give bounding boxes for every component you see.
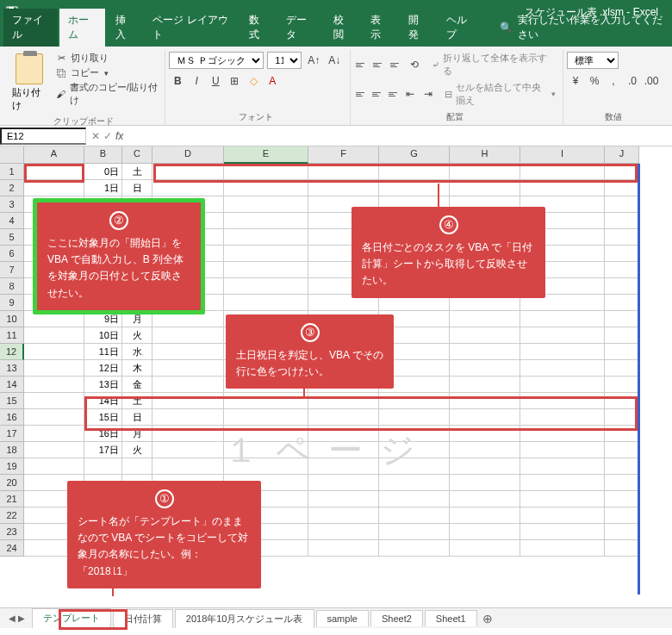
- cell[interactable]: [308, 475, 379, 491]
- row-header[interactable]: 14: [0, 377, 24, 393]
- cell[interactable]: 月: [122, 426, 152, 442]
- cell[interactable]: [379, 524, 450, 540]
- cell[interactable]: [450, 180, 520, 196]
- cell[interactable]: [605, 524, 639, 540]
- cell[interactable]: 水: [122, 344, 152, 360]
- cell[interactable]: [152, 393, 224, 409]
- cell[interactable]: [152, 164, 224, 180]
- tab-formulas[interactable]: 数式: [240, 9, 277, 47]
- cell[interactable]: [520, 360, 605, 377]
- cell[interactable]: 火: [122, 442, 152, 458]
- align-center-icon[interactable]: [370, 87, 385, 101]
- cell[interactable]: [152, 180, 224, 196]
- increase-decimal-icon[interactable]: .0: [624, 72, 641, 90]
- cell[interactable]: [605, 393, 639, 409]
- cell[interactable]: [450, 377, 520, 393]
- cell[interactable]: 17日: [84, 442, 122, 458]
- sheet-nav[interactable]: ◀ ▶: [3, 613, 30, 623]
- row-header[interactable]: 3: [0, 196, 24, 213]
- cell[interactable]: [224, 164, 308, 180]
- cell[interactable]: [605, 426, 639, 442]
- row-header[interactable]: 18: [0, 442, 24, 458]
- sheet-tab-2018-10[interactable]: 2018年10月スケジュール表: [175, 609, 314, 628]
- cell[interactable]: [308, 180, 379, 196]
- col-header-e[interactable]: E: [224, 146, 308, 164]
- row-header[interactable]: 22: [0, 507, 24, 524]
- cell[interactable]: [605, 213, 639, 229]
- cell[interactable]: [24, 426, 84, 442]
- number-format-select[interactable]: 標準: [567, 52, 619, 69]
- italic-button[interactable]: I: [188, 72, 205, 90]
- cell[interactable]: [520, 540, 605, 557]
- increase-font-icon[interactable]: A↑: [305, 52, 322, 69]
- cell[interactable]: [605, 164, 639, 180]
- comma-icon[interactable]: ,: [605, 72, 622, 90]
- cell[interactable]: [605, 196, 639, 213]
- row-header[interactable]: 7: [0, 262, 24, 278]
- cell[interactable]: [152, 327, 224, 344]
- tab-home[interactable]: ホーム: [59, 9, 104, 47]
- cell[interactable]: [450, 507, 520, 524]
- cell[interactable]: [520, 327, 605, 344]
- cell[interactable]: [379, 409, 450, 426]
- paste-button[interactable]: 貼り付け: [9, 52, 50, 114]
- cell[interactable]: [379, 507, 450, 524]
- worksheet-grid[interactable]: ABCDEFGHIJ10日土21日日34567898日月109日月1110日火1…: [0, 146, 672, 608]
- cell[interactable]: 土: [122, 393, 152, 409]
- cell[interactable]: 10日: [84, 327, 122, 344]
- cell[interactable]: [224, 393, 308, 409]
- cell[interactable]: [605, 475, 639, 491]
- tab-developer[interactable]: 開発: [400, 9, 436, 47]
- cell[interactable]: [379, 442, 450, 458]
- cell[interactable]: [308, 409, 379, 426]
- col-header-c[interactable]: C: [122, 146, 152, 164]
- cell[interactable]: [24, 360, 84, 377]
- cell[interactable]: [605, 311, 639, 327]
- cell[interactable]: [224, 180, 308, 196]
- cell[interactable]: [450, 327, 520, 344]
- cell[interactable]: [605, 360, 639, 377]
- cell[interactable]: [24, 180, 84, 196]
- tab-insert[interactable]: 挿入: [107, 9, 143, 47]
- cell[interactable]: [605, 458, 639, 475]
- row-header[interactable]: 2: [0, 180, 24, 196]
- select-all-corner[interactable]: [0, 146, 24, 164]
- cell[interactable]: [379, 475, 450, 491]
- col-header-d[interactable]: D: [152, 146, 224, 164]
- decrease-decimal-icon[interactable]: .00: [643, 72, 660, 90]
- cell[interactable]: [450, 524, 520, 540]
- row-header[interactable]: 10: [0, 311, 24, 327]
- tab-file[interactable]: ファイル: [3, 9, 58, 47]
- align-middle-icon[interactable]: [371, 58, 387, 72]
- cell[interactable]: [24, 393, 84, 409]
- cell[interactable]: 日: [122, 409, 152, 426]
- cell[interactable]: [605, 180, 639, 196]
- cell[interactable]: [224, 213, 308, 229]
- cell[interactable]: 日: [122, 180, 152, 196]
- cell[interactable]: [450, 393, 520, 409]
- cell[interactable]: [520, 475, 605, 491]
- cell[interactable]: [122, 458, 152, 475]
- fill-color-button[interactable]: ◇: [245, 72, 262, 90]
- cell[interactable]: [605, 295, 639, 311]
- cell[interactable]: [24, 377, 84, 393]
- cell[interactable]: [379, 540, 450, 557]
- cell[interactable]: [520, 491, 605, 507]
- underline-button[interactable]: U: [207, 72, 224, 90]
- row-header[interactable]: 17: [0, 426, 24, 442]
- format-painter-button[interactable]: 🖌書式のコピー/貼り付け: [55, 81, 158, 107]
- cell[interactable]: [450, 442, 520, 458]
- cell[interactable]: [520, 344, 605, 360]
- cell[interactable]: [224, 442, 308, 458]
- cell[interactable]: [520, 524, 605, 540]
- font-color-button[interactable]: A: [264, 72, 281, 90]
- cell[interactable]: [379, 393, 450, 409]
- col-header-b[interactable]: B: [84, 146, 122, 164]
- cell[interactable]: [605, 327, 639, 344]
- decrease-indent-icon[interactable]: ⇤: [402, 85, 418, 103]
- row-header[interactable]: 12: [0, 344, 24, 360]
- cell[interactable]: [224, 409, 308, 426]
- enter-formula-icon[interactable]: ✓: [103, 130, 112, 142]
- row-header[interactable]: 13: [0, 360, 24, 377]
- cell[interactable]: [605, 540, 639, 557]
